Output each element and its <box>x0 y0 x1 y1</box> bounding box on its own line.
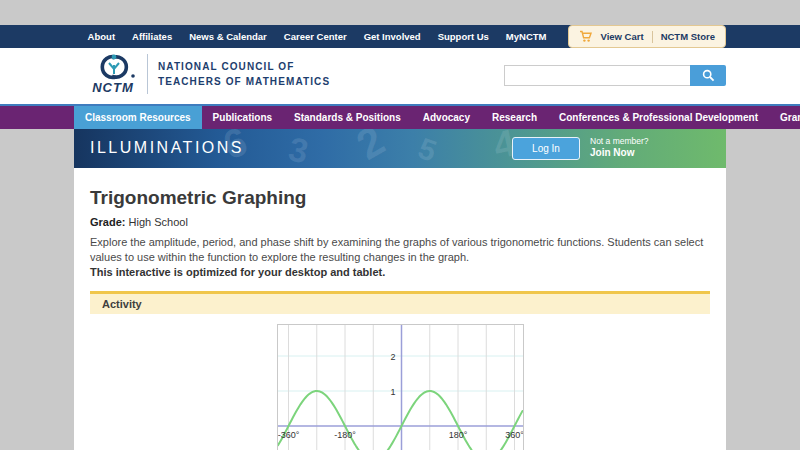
search-icon <box>702 69 715 82</box>
cart-box-divider <box>652 31 653 43</box>
log-in-button[interactable]: Log In <box>512 137 580 160</box>
join-now-link[interactable]: Join Now <box>590 147 649 158</box>
toplink-mynctm[interactable]: MyNCTM <box>506 31 547 42</box>
toplink-career-center[interactable]: Career Center <box>284 31 347 42</box>
cart-icon <box>579 30 593 43</box>
view-cart-link[interactable]: View Cart <box>601 31 644 42</box>
svg-text:-180°: -180° <box>334 430 356 440</box>
trig-graph-interactive[interactable]: -360°-180°180°360°21-1 <box>277 324 524 450</box>
utility-bar: About Affiliates News & Calendar Career … <box>0 25 800 48</box>
grade-label: Grade: <box>90 216 125 228</box>
nav-standards-positions[interactable]: Standards & Positions <box>283 106 412 129</box>
main-navigation: Classroom Resources Publications Standar… <box>0 104 800 129</box>
sine-curve-chart: -360°-180°180°360°21-1 <box>278 325 523 450</box>
logo-divider <box>147 54 148 94</box>
nav-classroom-resources[interactable]: Classroom Resources <box>74 106 202 129</box>
svg-text:2: 2 <box>390 352 395 362</box>
page-title: Trigonometric Graphing <box>90 187 710 209</box>
banner-decoration-digit: 2 <box>349 129 393 168</box>
illuminations-banner: 6 3 2 5 4 ILLUMINATIONS Log In Not a mem… <box>74 129 726 168</box>
illuminations-title: ILLUMINATIONS <box>90 139 244 157</box>
grade-value: High School <box>129 216 188 228</box>
activity-header-label: Activity <box>102 298 142 310</box>
toplink-support-us[interactable]: Support Us <box>438 31 489 42</box>
toplink-affiliates[interactable]: Affiliates <box>132 31 172 42</box>
logo-acronym: NCTM <box>85 80 141 95</box>
main-content: Trigonometric Graphing Grade: High Schoo… <box>74 168 726 450</box>
grade-line: Grade: High School <box>90 216 710 228</box>
svg-text:180°: 180° <box>448 430 467 440</box>
member-prompt: Not a member? <box>590 136 649 146</box>
nav-advocacy[interactable]: Advocacy <box>412 106 481 129</box>
nav-conferences-pd[interactable]: Conferences & Professional Development <box>548 106 769 129</box>
banner-decoration-digit: 3 <box>285 129 312 168</box>
nctm-store-link[interactable]: NCTM Store <box>661 31 715 42</box>
nav-publications[interactable]: Publications <box>202 106 283 129</box>
nav-grants-awards[interactable]: Grants & Awards <box>769 106 800 129</box>
search-bar <box>504 65 726 86</box>
description-text: Explore the amplitude, period, and phase… <box>90 235 710 265</box>
site-header: NCTM NATIONAL COUNCIL OF TEACHERS OF MAT… <box>0 48 800 104</box>
optimization-note: This interactive is optimized for your d… <box>90 265 710 280</box>
banner-decoration-digit: 5 <box>414 131 441 168</box>
nctm-logo[interactable]: NCTM NATIONAL COUNCIL OF TEACHERS OF MAT… <box>85 52 330 95</box>
search-button[interactable] <box>690 65 726 86</box>
org-name: NATIONAL COUNCIL OF TEACHERS OF MATHEMAT… <box>158 59 330 89</box>
search-input[interactable] <box>504 65 690 86</box>
nav-research[interactable]: Research <box>481 106 548 129</box>
toplink-about[interactable]: About <box>88 31 115 42</box>
toplink-get-involved[interactable]: Get Involved <box>364 31 421 42</box>
activity-section-header[interactable]: Activity <box>90 291 710 314</box>
nctm-logo-icon <box>88 52 138 82</box>
svg-text:1: 1 <box>390 387 395 397</box>
svg-text:-360°: -360° <box>278 430 300 440</box>
cart-store-box: View Cart NCTM Store <box>568 25 727 48</box>
toplink-news-calendar[interactable]: News & Calendar <box>189 31 267 42</box>
svg-text:360°: 360° <box>505 430 523 440</box>
